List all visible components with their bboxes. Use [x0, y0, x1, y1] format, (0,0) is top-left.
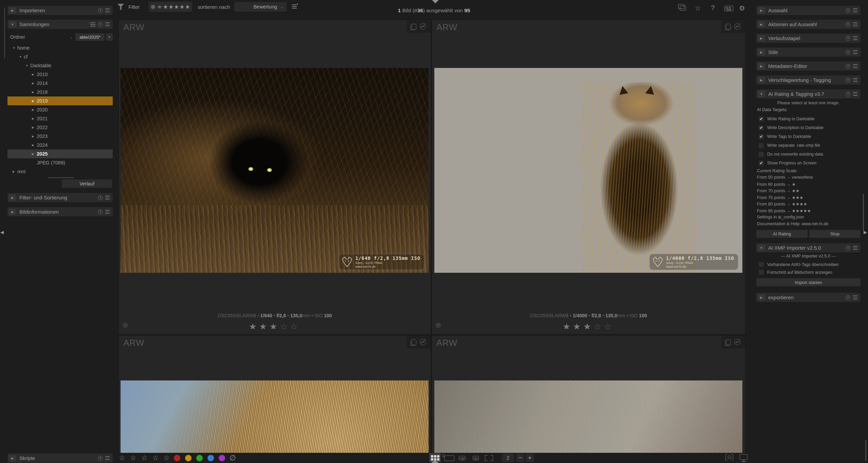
import-start-button[interactable]: Import starten: [756, 278, 861, 286]
thumbnail-cell-row2-right[interactable]: ARW: [432, 336, 745, 463]
reset-icon[interactable]: [846, 78, 850, 83]
favorites-star-icon[interactable]: ☆: [693, 4, 702, 12]
reset-icon[interactable]: [846, 295, 850, 300]
grouping-icon[interactable]: [680, 6, 686, 11]
reset-icon[interactable]: [846, 246, 850, 250]
presets-icon[interactable]: [853, 22, 857, 26]
photo-dry-grass[interactable]: [121, 380, 429, 463]
zoom-out-button[interactable]: −: [516, 453, 524, 462]
checkbox[interactable]: [759, 143, 764, 148]
reset-icon[interactable]: [846, 36, 850, 41]
display-profile-icon[interactable]: [740, 454, 747, 460]
tree-arrow-icon[interactable]: ▶: [32, 152, 37, 156]
presets-icon[interactable]: [853, 8, 857, 12]
full-preview-button[interactable]: [485, 455, 493, 461]
module-bildinformationen[interactable]: ▶ Bildinformationen: [7, 207, 113, 216]
module-skripte[interactable]: ▶ Skripte: [7, 453, 113, 463]
color-label-green[interactable]: [196, 455, 203, 461]
sort-list-icon[interactable]: [90, 22, 95, 26]
checkbox[interactable]: [759, 270, 764, 275]
tree-arrow-icon[interactable]: ▼: [19, 55, 24, 58]
reset-icon[interactable]: [98, 456, 103, 461]
checkbox[interactable]: ✔: [759, 134, 764, 139]
tree-item-2010[interactable]: ▶2010: [7, 70, 113, 79]
zoom-level-input[interactable]: 2: [502, 453, 514, 462]
module-aktionen-auf-auswahl[interactable]: ▶Aktionen auf Auswahl: [756, 20, 861, 29]
presets-icon[interactable]: [853, 296, 857, 299]
module-ai-xmp-importer[interactable]: ▼ AI XMP Importer v2.5.0: [756, 243, 861, 252]
reset-icon[interactable]: [846, 64, 850, 69]
module-importieren[interactable]: ▶ Importieren: [7, 6, 113, 15]
path-dropdown-button[interactable]: ▼: [106, 33, 113, 41]
tree-item-2018[interactable]: ▶2018: [7, 88, 113, 96]
option-write-separate-rate-xmp-file[interactable]: Write separate .rate.xmp file: [756, 141, 861, 150]
presets-icon[interactable]: [105, 196, 110, 199]
no-color-label-icon[interactable]: ∅: [230, 454, 236, 462]
verlauf-button[interactable]: Verlauf: [62, 179, 112, 188]
thumbnail-rating[interactable]: ★★★☆☆: [119, 322, 431, 332]
tree-item-2024[interactable]: ▶2024: [7, 141, 113, 149]
criteria-select[interactable]: Ordner: [10, 34, 70, 40]
rating-filter-star[interactable]: ☆: [130, 454, 137, 462]
expand-arrow-icon[interactable]: ▶: [9, 194, 16, 201]
rating-filter-star[interactable]: ☆: [141, 454, 148, 462]
tree-arrow-icon[interactable]: ▶: [32, 117, 37, 120]
expand-arrow-icon[interactable]: ▶: [9, 7, 16, 14]
sort-by-select[interactable]: Bewertung ⌄: [234, 2, 287, 12]
tree-item-cf[interactable]: ▼cf: [7, 52, 113, 61]
tree-item-jpeg-7089[interactable]: JPEG (7089): [7, 158, 113, 167]
color-label-red[interactable]: [174, 455, 180, 461]
reset-icon[interactable]: [98, 22, 103, 27]
keyboard-shortcuts-icon[interactable]: [724, 6, 733, 11]
reset-icon[interactable]: [846, 22, 850, 27]
thumbnail-cell-row2-left[interactable]: ARW: [119, 336, 431, 463]
presets-icon[interactable]: [853, 64, 857, 68]
expand-arrow-icon[interactable]: ▶: [758, 77, 765, 83]
option-write-description-to-darktable[interactable]: ✔Write Description to Darktable: [756, 123, 861, 132]
presets-icon[interactable]: [853, 92, 857, 96]
presets-icon[interactable]: [853, 50, 857, 54]
reject-filter-icon[interactable]: ⊗: [150, 3, 155, 11]
tree-arrow-icon[interactable]: ▶: [32, 108, 37, 111]
rating-filter-star[interactable]: ☆: [119, 454, 125, 462]
filter-stars[interactable]: ★★★★★: [163, 3, 191, 11]
collapse-arrow-icon[interactable]: ▼: [758, 91, 765, 97]
presets-icon[interactable]: [105, 8, 110, 12]
reset-icon[interactable]: [846, 92, 850, 96]
thumbnail-rating[interactable]: ★★★☆☆: [432, 322, 745, 332]
filter-rating-control[interactable]: ⊗ ★ ★★★★★: [149, 2, 192, 12]
tree-item-darktable[interactable]: ▼Darktable: [7, 61, 113, 70]
focus-peaking-icon[interactable]: [725, 454, 733, 460]
reject-icon[interactable]: ⊗: [122, 321, 128, 329]
presets-icon[interactable]: [853, 78, 857, 82]
reject-icon[interactable]: ⊗: [435, 321, 441, 329]
collapse-arrow-icon[interactable]: ▼: [9, 21, 16, 28]
tree-arrow-icon[interactable]: ▶: [32, 99, 37, 103]
reset-icon[interactable]: [846, 50, 850, 55]
right-panel-scrollbar[interactable]: [863, 194, 864, 231]
tree-arrow-icon[interactable]: ▼: [25, 64, 30, 67]
culling-fixed-button[interactable]: x|y: [473, 455, 479, 461]
tree-item-2023[interactable]: ▶2023: [7, 132, 113, 141]
ai-rating-button[interactable]: AI Rating: [756, 230, 808, 238]
culling-dynamic-button[interactable]: ‹x|y›: [458, 455, 467, 461]
tree-arrow-icon[interactable]: ▼: [13, 46, 17, 50]
module-exportieren[interactable]: ▶ exportieren: [756, 293, 861, 302]
module-metadaten-editor[interactable]: ▶Metadaten-Editor: [756, 61, 861, 71]
tree-item-2025[interactable]: ▶2025: [7, 149, 113, 158]
tree-item-mnt[interactable]: ▶mnt: [7, 167, 113, 176]
chevron-down-icon[interactable]: ⌄: [70, 35, 73, 39]
module-verschlagwortung-tagging[interactable]: ▶Verschlagwortung - Tagging: [756, 75, 861, 85]
tree-arrow-icon[interactable]: ▶: [32, 143, 37, 147]
tree-item-2019[interactable]: ▶2019: [7, 96, 113, 105]
thumbnail-cell-dsc05938[interactable]: ARW 1/640 f/2,8 135mm ISO Sony - ILCE-7R…: [119, 20, 431, 334]
expand-arrow-icon[interactable]: ▶: [758, 49, 765, 55]
expand-arrow-icon[interactable]: ▶: [758, 21, 765, 28]
tree-item-2020[interactable]: ▶2020: [7, 105, 113, 114]
tree-arrow-icon[interactable]: ▶: [32, 73, 37, 76]
module-ai-rating-tagging[interactable]: ▼ AI Rating & Tagging v3.7: [756, 89, 861, 99]
reset-icon[interactable]: [98, 195, 103, 200]
tree-item-2014[interactable]: ▶2014: [7, 79, 113, 88]
option-write-tags-to-darktable[interactable]: ✔Write Tags to Darktable: [756, 132, 861, 141]
photo-rock-cat[interactable]: [434, 380, 742, 463]
